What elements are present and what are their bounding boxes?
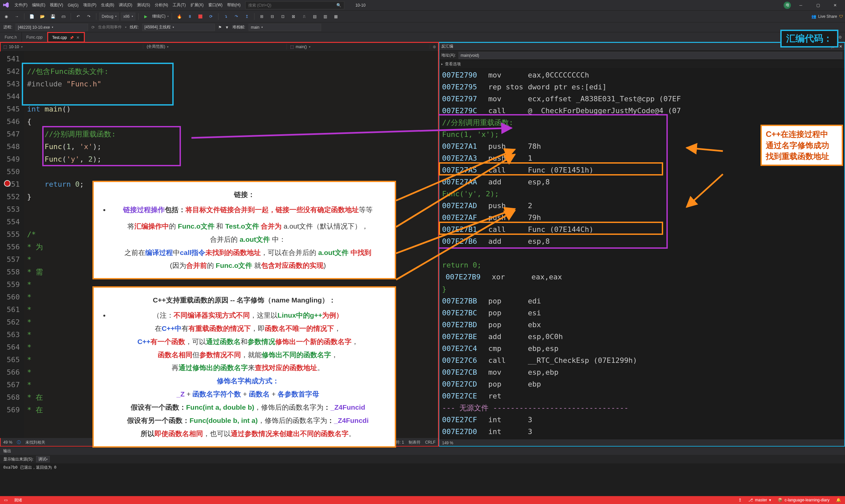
step-into-icon[interactable]: ↴ (222, 13, 230, 20)
main-toolbar: ◉ → 📄 📂 💾 🗃 ↶ ↷ Debug▾ x86▾ ▶ 继续(C) ▾ 🔥 … (0, 11, 845, 22)
menu-debug[interactable]: 调试(D) (119, 2, 133, 8)
thread-combo[interactable]: [45984] 主线程▾ (142, 24, 215, 31)
admin-shield-icon: 🛡 (839, 14, 843, 19)
tab-func-cpp[interactable]: Func.cpp (22, 32, 48, 42)
statusbar-repo[interactable]: 📦 c-language-learning-diary (778, 498, 829, 502)
tb-icon-d[interactable]: ⊠ (289, 13, 298, 20)
split-icon[interactable]: ⊕ (430, 44, 439, 49)
solution-title: 10-10 (355, 3, 366, 7)
crumb-scope[interactable]: (全局范围)▾ (143, 44, 286, 50)
crumb-function[interactable]: ⬚main()▾ (287, 44, 430, 49)
no-issues-icon: ⓘ (17, 440, 21, 445)
menu-help[interactable]: 帮助(H) (227, 2, 241, 8)
tab-func-h[interactable]: Func.h (0, 32, 22, 42)
close-button[interactable]: ✕ (828, 1, 842, 10)
menu-tools[interactable]: 工具(T) (173, 2, 186, 8)
lifecycle-label: 生命周期事件 (98, 24, 122, 30)
crumb-project[interactable]: ⬚10-10▾ (0, 44, 143, 49)
menu-analyze[interactable]: 分析(N) (155, 2, 168, 8)
disasm-addr-input[interactable] (458, 52, 842, 59)
issues-text: 未找到相关 (25, 440, 45, 445)
statusbar-add-icon[interactable]: ↥ (738, 498, 742, 502)
tb-icon-a[interactable]: ⊞ (258, 13, 266, 20)
maximize-button[interactable]: ▢ (811, 1, 825, 10)
save-icon[interactable]: 💾 (49, 13, 57, 20)
eol-mode: CRLF (425, 440, 435, 445)
disassembly-pane: 反汇编 ▾ 📌 ✕ 地址(A): ▸查看选项 007E2790moveax,0C… (439, 42, 845, 447)
thread-label: 线程: (130, 24, 139, 30)
tb-icon-c[interactable]: ⊡ (279, 13, 287, 20)
disasm-close-icon[interactable]: ✕ (839, 44, 842, 49)
nav-fwd-icon[interactable]: → (13, 13, 21, 20)
stackframe-combo[interactable]: main▾ (249, 24, 321, 31)
config-combo[interactable]: Debug▾ (99, 13, 119, 20)
saveall-icon[interactable]: 🗃 (59, 13, 68, 20)
undo-icon[interactable]: ↶ (74, 13, 83, 20)
liveshare-label[interactable]: Live Share (818, 14, 837, 19)
disasm-status: 149 % (439, 439, 845, 447)
disasm-address-row: 地址(A): (439, 51, 845, 60)
process-label: 进程: (3, 24, 12, 30)
menu-git[interactable]: Git(G) (68, 3, 78, 7)
minimize-button[interactable]: ─ (793, 1, 808, 10)
disasm-options-row[interactable]: ▸查看选项 (439, 60, 845, 68)
statusbar-mode-icon: ▭ (4, 498, 7, 502)
disasm-title-label: 反汇编 (441, 43, 453, 49)
stop-button[interactable] (196, 13, 205, 20)
tab-test-cpp[interactable]: Test.cpp📌✕ (48, 32, 85, 42)
play-icon[interactable]: ▶ (142, 13, 150, 20)
menu-file[interactable]: 文件(F) (15, 2, 28, 8)
continue-label[interactable]: 继续(C) (152, 14, 166, 19)
menu-edit[interactable]: 编辑(E) (32, 2, 45, 8)
restart-icon[interactable]: ⟳ (207, 13, 215, 20)
disasm-addr-label: 地址(A): (441, 52, 456, 58)
step-out-icon[interactable]: ↥ (243, 13, 251, 20)
new-icon[interactable]: 📄 (28, 13, 36, 20)
search-box[interactable]: 🔍 (245, 1, 344, 9)
tb-icon-h[interactable]: ▦ (331, 13, 340, 20)
debug-location-toolbar: 进程: [48220] 10-10.exe▾ ⟳ 生命周期事件▾ 线程: [45… (0, 22, 845, 32)
annotation-linking-panel: 链接： 链接过程操作包括：将目标文件链接合并到一起，链接一些没有确定函数地址等等… (92, 181, 396, 280)
zoom-pct[interactable]: 49 % (3, 440, 12, 445)
tb-icon-f[interactable]: ▤ (310, 13, 319, 20)
orange-annotation-link: C++在连接过程中通过名字修饰成功找到重载函数地址 (760, 125, 843, 166)
disasm-zoom-pct[interactable]: 149 % (442, 441, 453, 445)
indent-mode: 制表符 (409, 440, 421, 445)
open-icon[interactable]: 📂 (38, 13, 47, 20)
assembly-label-annotation: 汇编代码： (780, 30, 839, 48)
tb-icon-b[interactable]: ⊟ (268, 13, 277, 20)
user-badge[interactable]: 培 (784, 2, 791, 9)
search-input[interactable] (248, 3, 336, 7)
menu-project[interactable]: 项目(P) (83, 2, 96, 8)
menu-test[interactable]: 测试(S) (137, 2, 150, 8)
filter-icon[interactable]: ▼ (225, 25, 229, 30)
output-src-combo[interactable]: 调试▾ (36, 456, 50, 463)
annotation-mangling-panel: C++支持重载函数的原因 -- 名字修饰（name Mangling）： （注：… (92, 286, 396, 448)
search-icon: 🔍 (336, 3, 341, 7)
step-over-icon[interactable]: ↷ (232, 13, 241, 20)
platform-combo[interactable]: x86▾ (121, 13, 135, 20)
menu-build[interactable]: 生成(B) (101, 2, 114, 8)
pause-icon[interactable]: ⏸ (186, 13, 194, 20)
line-gutter: 5415425435445455465475485495505515525535… (0, 52, 24, 438)
lifecycle-icon[interactable]: ⟳ (91, 25, 95, 30)
menu-extensions[interactable]: 扩展(X) (191, 2, 204, 8)
statusbar-branch[interactable]: ⎇ master ▾ (748, 498, 771, 502)
output-window: 输出 显示输出来源(S): 调试▾ 0xa7b0 已退出，返回值为 0 (0, 447, 845, 496)
breakpoint-icon[interactable] (4, 180, 11, 187)
nav-back-icon[interactable]: ◉ (2, 13, 11, 20)
output-text[interactable]: 0xa7b0 已退出，返回值为 0 (0, 464, 845, 496)
tb-icon-g[interactable]: ▥ (321, 13, 330, 20)
tb-icon-e[interactable]: ⎍ (300, 13, 308, 20)
flag-icon[interactable]: ⚑ (218, 25, 222, 30)
redo-icon[interactable]: ↷ (85, 13, 93, 20)
hot-reload-icon[interactable]: 🔥 (175, 13, 183, 20)
menu-window[interactable]: 窗口(W) (208, 2, 223, 8)
disasm-lines[interactable]: 007E2790moveax,0CCCCCCCCh007E2795rep sto… (439, 68, 845, 439)
vs-logo-icon (3, 2, 10, 9)
liveshare-icon[interactable]: 👥 (811, 14, 816, 19)
menu-view[interactable]: 视图(V) (50, 2, 63, 8)
process-combo[interactable]: [48220] 10-10.exe▾ (16, 24, 88, 31)
statusbar-bell-icon[interactable]: 🔔 (836, 498, 841, 502)
stackframe-label: 堆栈帧: (232, 24, 245, 30)
